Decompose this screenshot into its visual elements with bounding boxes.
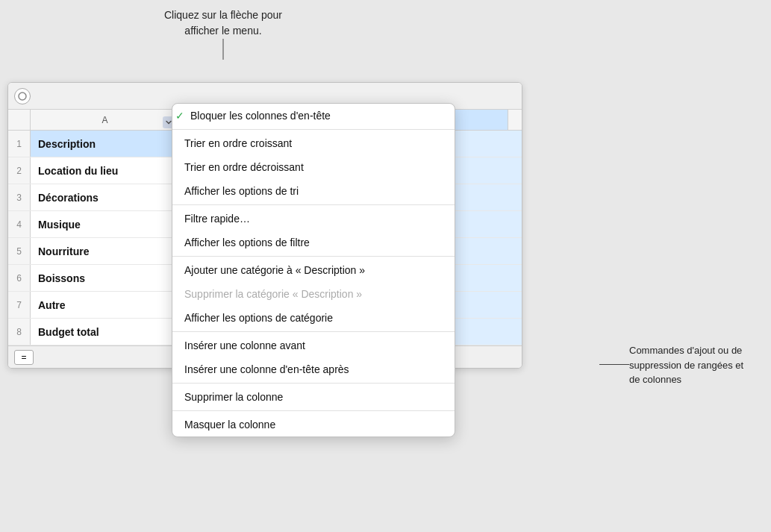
menu-item-quick-filter[interactable]: Filtre rapide… <box>172 207 455 231</box>
menu-item-label: Trier en ordre croissant <box>184 137 292 149</box>
annotation-top: Cliquez sur la flèche pour afficher le m… <box>164 7 282 39</box>
equals-button[interactable]: = <box>14 350 34 365</box>
cell-description[interactable]: Description <box>31 131 180 157</box>
annotation-top-line1: Cliquez sur la flèche pour <box>164 9 282 21</box>
cell-description[interactable]: Autre <box>31 292 180 318</box>
menu-item-sort-desc[interactable]: Trier en ordre décroissant <box>172 155 455 179</box>
menu-item-label: Afficher les options de catégorie <box>184 312 333 324</box>
menu-item-show-filter-opts[interactable]: Afficher les options de filtre <box>172 231 455 254</box>
cell-description[interactable]: Budget total <box>31 319 180 345</box>
checkmark-icon: ✓ <box>175 110 184 122</box>
menu-item-label: Bloquer les colonnes d'en-tête <box>190 110 331 122</box>
menu-item-insert-col-before[interactable]: Insérer une colonne avant <box>172 334 455 357</box>
menu-item-label: Trier en ordre décroissant <box>184 161 304 173</box>
menu-item-sort-asc[interactable]: Trier en ordre croissant <box>172 131 455 155</box>
annotation-right-text: Commandes d'ajout ou de suppression de r… <box>629 345 743 385</box>
annotation-top-line2: afficher le menu. <box>184 25 261 37</box>
cell-description[interactable]: Décorations <box>31 184 180 210</box>
menu-item-label: Masquer la colonne <box>184 419 275 431</box>
menu-item-label: Filtre rapide… <box>184 213 250 225</box>
row-number: 3 <box>8 184 31 210</box>
cell-description[interactable]: Nourriture <box>31 238 180 264</box>
row-number: 2 <box>8 157 31 184</box>
menu-separator <box>172 129 455 130</box>
annotation-right: Commandes d'ajout ou de suppression de r… <box>629 343 749 387</box>
menu-separator <box>172 410 455 411</box>
annotation-right-line <box>599 364 629 365</box>
menu-separator <box>172 204 455 205</box>
menu-separator <box>172 383 455 384</box>
menu-item-label: Afficher les options de filtre <box>184 237 310 248</box>
menu-item-label: Supprimer la catégorie « Description » <box>184 288 362 300</box>
row-number: 5 <box>8 238 31 264</box>
menu-separator <box>172 256 455 257</box>
column-context-menu: ✓Bloquer les colonnes d'en-têteTrier en … <box>172 103 455 437</box>
menu-item-label: Afficher les options de tri <box>184 185 299 197</box>
menu-item-add-category[interactable]: Ajouter une catégorie à « Description » <box>172 258 455 282</box>
menu-item-show-sort-opts[interactable]: Afficher les options de tri <box>172 179 455 203</box>
col-header-rownum <box>8 110 31 130</box>
cell-description[interactable]: Location du lieu <box>31 157 180 184</box>
row-number: 1 <box>8 131 31 157</box>
menu-item-label: Insérer une colonne avant <box>184 339 305 351</box>
col-header-a: A <box>31 110 180 130</box>
cell-description[interactable]: Musique <box>31 211 180 237</box>
menu-item-delete-category: Supprimer la catégorie « Description » <box>172 282 455 306</box>
menu-item-insert-header-after[interactable]: Insérer une colonne d'en-tête après <box>172 357 455 381</box>
menu-item-label: Supprimer la colonne <box>184 391 283 403</box>
menu-item-label: Insérer une colonne d'en-tête après <box>184 363 349 375</box>
menu-item-hide-col[interactable]: Masquer la colonne <box>172 413 455 436</box>
cell-description[interactable]: Boissons <box>31 265 180 291</box>
row-number: 6 <box>8 265 31 291</box>
menu-separator <box>172 331 455 332</box>
row-number: 8 <box>8 319 31 345</box>
circle-button[interactable] <box>14 88 31 104</box>
svg-point-0 <box>19 93 26 100</box>
menu-item-show-category-opts[interactable]: Afficher les options de catégorie <box>172 306 455 330</box>
menu-item-delete-col[interactable]: Supprimer la colonne <box>172 385 455 409</box>
menu-item-label: Ajouter une catégorie à « Description » <box>184 264 365 276</box>
menu-item-lock-headers[interactable]: ✓Bloquer les colonnes d'en-tête <box>172 104 455 128</box>
row-number: 4 <box>8 211 31 237</box>
row-number: 7 <box>8 292 31 318</box>
